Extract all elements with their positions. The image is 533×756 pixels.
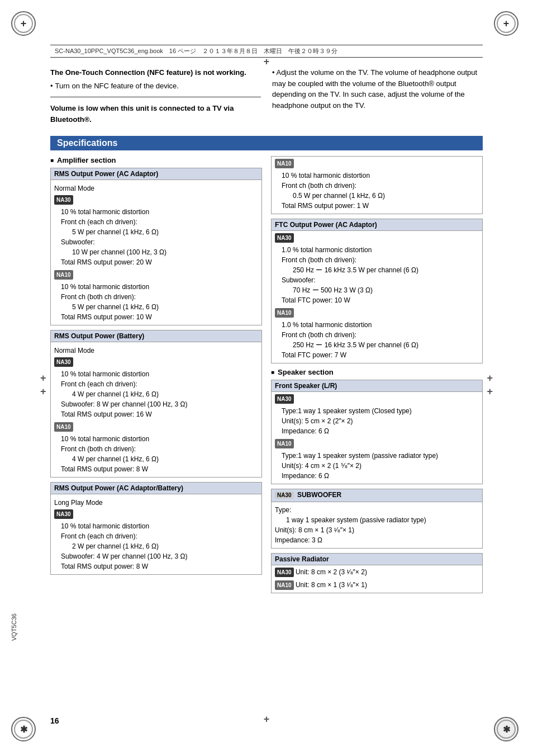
volume-bullet: • Adjust the volume on the TV. The volum…: [272, 67, 483, 111]
na30-ac-battery-block: 10 % total harmonic distortion Front ch …: [61, 521, 258, 571]
normal-mode-label: Normal Mode: [54, 183, 258, 193]
na10-battery-block: 10 % total harmonic distortion Front ch …: [61, 434, 258, 474]
edge-marker-right2: +: [487, 386, 493, 398]
na10-passive-badge: NA10: [275, 580, 294, 590]
subwoofer-title: SUBWOOFER: [297, 491, 341, 499]
side-label: VQT5C36: [11, 613, 17, 641]
spec-left: Amplifier section RMS Output Power (AC A…: [50, 156, 262, 598]
front-speaker-content: NA30 Type:1 way 1 speaker system (Closed…: [272, 392, 483, 484]
volume-text: Adjust the volume on the TV. The volume …: [272, 68, 477, 110]
ftc-header: FTC Output Power (AC Adaptor): [272, 219, 483, 231]
passive-na30-line: NA30 Unit: 8 cm × 2 (3 ¹⁄₈″× 2): [275, 567, 479, 578]
edge-marker-left2: +: [40, 386, 46, 398]
na30-front-badge: NA30: [275, 394, 294, 404]
amplifier-heading: Amplifier section: [50, 156, 262, 164]
top-section: The One-Touch Connection (NFC feature) i…: [50, 67, 483, 127]
na10-top-table: NA10 10 % total harmonic distortion Fron…: [271, 156, 483, 214]
na30-passive-badge: NA30: [275, 568, 294, 577]
specifications-heading: Specifications: [50, 136, 483, 150]
corner-decoration-br: [494, 717, 522, 745]
header-text: SC-NA30_10PPC_VQT5C36_eng.book 16 ページ ２０…: [55, 47, 337, 55]
na10-front-badge: NA10: [275, 439, 294, 448]
na30-battery-block: 10 % total harmonic distortion Front ch …: [61, 369, 258, 419]
rms-battery-normal-mode: Normal Mode: [54, 346, 258, 356]
rms-battery-header: RMS Output Power (Battery): [51, 330, 262, 342]
na10-top-block: 10 % total harmonic distortion Front ch …: [282, 171, 479, 211]
na30-badge-battery: NA30: [54, 357, 73, 367]
corner-decoration-tl: [11, 11, 39, 39]
top-right-column: • Adjust the volume on the TV. The volum…: [272, 67, 483, 127]
rms-ac-table: RMS Output Power (AC Adaptor) Normal Mod…: [50, 168, 262, 325]
top-left-column: The One-Touch Connection (NFC feature) i…: [50, 67, 261, 127]
separator: [50, 97, 261, 97]
subwoofer-header: NA30 SUBWOOFER: [272, 489, 483, 502]
subwoofer-na30-badge: NA30: [275, 492, 294, 499]
na10-front-block: Type:1 way 1 speaker system (passive rad…: [282, 451, 479, 481]
na30-ftc-block: 1.0 % total harmonic distortion Front ch…: [282, 245, 479, 305]
na10-top-content: NA10 10 % total harmonic distortion Fron…: [272, 157, 483, 214]
na30-ftc-badge: NA30: [275, 233, 294, 243]
page: + + + + SC-NA30_10PPC_VQT5C36_eng.book 1…: [0, 0, 533, 756]
main-content: The One-Touch Connection (NFC feature) i…: [50, 67, 483, 711]
rms-ac-header: RMS Output Power (AC Adaptor): [51, 168, 262, 180]
subwoofer-table: NA30 SUBWOOFER Type: 1 way 1 speaker sys…: [271, 489, 483, 549]
na10-ftc-badge: NA10: [275, 308, 294, 318]
speaker-heading: Speaker section: [271, 368, 483, 376]
page-number: 16: [50, 716, 59, 725]
edge-marker-right: +: [487, 372, 493, 384]
edge-marker-left: +: [40, 372, 46, 384]
subwoofer-block: Type: 1 way 1 speaker system (passive ra…: [275, 505, 479, 545]
passive-na10-line: NA10 Unit: 8 cm × 1 (3 ¹⁄₈″× 1): [275, 580, 479, 591]
rms-ac-content: Normal Mode NA30 10 % total harmonic dis…: [51, 180, 262, 325]
na10-badge-rms-ac: NA10: [54, 270, 73, 280]
subwoofer-content: Type: 1 way 1 speaker system (passive ra…: [272, 502, 483, 549]
passive-radiator-table: Passive Radiator NA30 Unit: 8 cm × 2 (3 …: [271, 553, 483, 593]
nfc-bullet-text: Turn on the NFC feature of the device.: [55, 81, 179, 92]
na10-rms-ac-block: 10 % total harmonic distortion Front ch …: [61, 282, 258, 322]
front-speaker-table: Front Speaker (L/R) NA30 Type:1 way 1 sp…: [271, 380, 483, 484]
spec-columns: Amplifier section RMS Output Power (AC A…: [50, 156, 483, 598]
na30-rms-ac-block: 10 % total harmonic distortion Front ch …: [61, 207, 258, 267]
ftc-content: NA30 1.0 % total harmonic distortion Fro…: [272, 231, 483, 363]
na30-front-block: Type:1 way 1 speaker system (Closed type…: [282, 406, 479, 436]
edge-marker-top: +: [264, 56, 270, 68]
corner-decoration-tr: [494, 11, 522, 39]
corner-decoration-bl: [11, 717, 39, 745]
rms-ac-battery-header: RMS Output Power (AC Adaptor/Battery): [51, 483, 262, 494]
passive-radiator-content: NA30 Unit: 8 cm × 2 (3 ¹⁄₈″× 2) NA10 Uni…: [272, 565, 483, 593]
volume-heading: Volume is low when this unit is connecte…: [50, 103, 261, 125]
rms-ac-battery-table: RMS Output Power (AC Adaptor/Battery) Lo…: [50, 482, 262, 575]
edge-marker-bottom: +: [264, 714, 270, 725]
rms-ac-battery-content: Long Play Mode NA30 10 % total harmonic …: [51, 494, 262, 575]
nfc-bullet: • Turn on the NFC feature of the device.: [50, 81, 261, 92]
na30-badge-ac-battery: NA30: [54, 509, 73, 519]
na30-badge: NA30: [54, 195, 73, 205]
ftc-table: FTC Output Power (AC Adaptor) NA30 1.0 %…: [271, 219, 483, 363]
passive-radiator-header: Passive Radiator: [272, 554, 483, 565]
long-play-mode: Long Play Mode: [54, 498, 258, 508]
rms-battery-content: Normal Mode NA30 10 % total harmonic dis…: [51, 342, 262, 478]
nfc-heading: The One-Touch Connection (NFC feature) i…: [50, 67, 261, 78]
rms-battery-table: RMS Output Power (Battery) Normal Mode N…: [50, 330, 262, 478]
front-speaker-header: Front Speaker (L/R): [272, 380, 483, 392]
na10-top-badge: NA10: [275, 159, 294, 168]
na10-ftc-block: 1.0 % total harmonic distortion Front ch…: [282, 320, 479, 360]
na10-badge-battery: NA10: [54, 422, 73, 432]
spec-right: NA10 10 % total harmonic distortion Fron…: [271, 156, 483, 598]
